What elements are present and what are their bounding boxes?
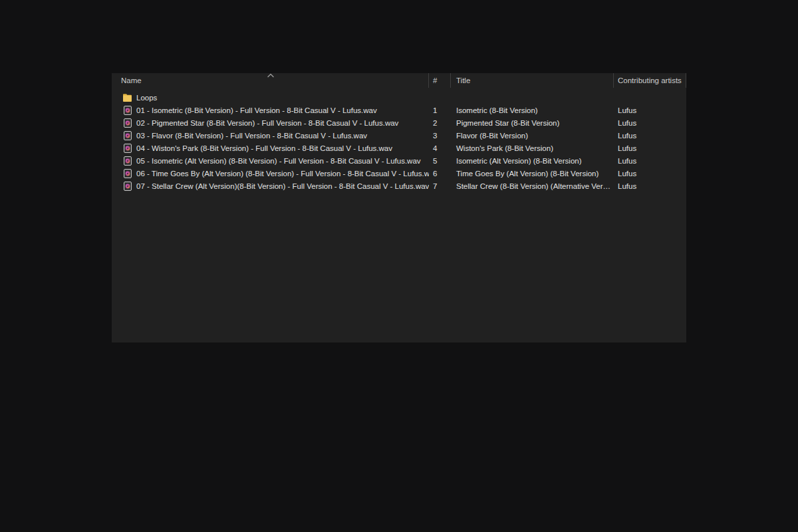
contributing-artist: Lufus: [614, 132, 686, 140]
track-title: Time Goes By (Alt Version) (8-Bit Versio…: [451, 170, 614, 178]
column-header-number[interactable]: #: [429, 73, 451, 88]
file-row[interactable]: 06 - Time Goes By (Alt Version) (8-Bit V…: [112, 167, 686, 180]
file-row[interactable]: 07 - Stellar Crew (Alt Version)(8-Bit Ve…: [112, 180, 686, 192]
audio-file-icon: [122, 168, 132, 178]
audio-file-icon: [122, 118, 132, 128]
track-title: Pigmented Star (8-Bit Version): [451, 119, 614, 127]
track-number: 6: [429, 170, 451, 178]
contributing-artist: Lufus: [614, 106, 686, 114]
file-name: 06 - Time Goes By (Alt Version) (8-Bit V…: [136, 170, 429, 178]
track-title: Stellar Crew (8-Bit Version) (Alternativ…: [451, 182, 614, 190]
file-name: 02 - Pigmented Star (8-Bit Version) - Fu…: [136, 119, 398, 127]
track-number: 2: [429, 119, 451, 127]
file-row[interactable]: 01 - Isometric (8-Bit Version) - Full Ve…: [112, 104, 686, 116]
file-list-rows: Loops: [112, 91, 686, 192]
audio-file-icon: [122, 130, 132, 140]
column-header-title-label: Title: [456, 76, 470, 84]
contributing-artist: Lufus: [614, 119, 686, 127]
file-row[interactable]: 02 - Pigmented Star (8-Bit Version) - Fu…: [112, 116, 686, 129]
column-header-number-label: #: [433, 76, 437, 84]
column-header-row: Name # Title Contributing artists: [112, 73, 686, 88]
track-number: 5: [429, 157, 451, 165]
folder-row[interactable]: Loops: [112, 91, 686, 104]
file-name: 04 - Wiston's Park (8-Bit Version) - Ful…: [136, 144, 392, 152]
audio-file-icon: [122, 143, 132, 153]
file-row[interactable]: 05 - Isometric (Alt Version) (8-Bit Vers…: [112, 154, 686, 167]
track-number: 1: [429, 106, 451, 114]
track-number: 4: [429, 144, 451, 152]
column-header-artists-label: Contributing artists: [618, 76, 682, 84]
file-name: 01 - Isometric (8-Bit Version) - Full Ve…: [136, 106, 377, 114]
column-header-title[interactable]: Title: [451, 73, 614, 88]
track-title: Isometric (8-Bit Version): [451, 106, 614, 114]
track-number: 7: [429, 182, 451, 190]
track-title: Flavor (8-Bit Version): [451, 132, 614, 140]
audio-file-icon: [122, 105, 132, 115]
sort-ascending-chevron-icon: [267, 73, 275, 78]
track-title: Wiston's Park (8-Bit Version): [451, 144, 614, 152]
track-number: 3: [429, 132, 451, 140]
column-header-artists[interactable]: Contributing artists: [614, 73, 686, 88]
file-name: 05 - Isometric (Alt Version) (8-Bit Vers…: [136, 157, 421, 165]
contributing-artist: Lufus: [614, 144, 686, 152]
file-row[interactable]: 03 - Flavor (8-Bit Version) - Full Versi…: [112, 129, 686, 142]
contributing-artist: Lufus: [614, 182, 686, 190]
track-title: Isometric (Alt Version) (8-Bit Version): [451, 157, 614, 165]
contributing-artist: Lufus: [614, 157, 686, 165]
file-name: 03 - Flavor (8-Bit Version) - Full Versi…: [136, 132, 367, 140]
contributing-artist: Lufus: [614, 170, 686, 178]
folder-name: Loops: [136, 94, 157, 102]
file-row[interactable]: 04 - Wiston's Park (8-Bit Version) - Ful…: [112, 142, 686, 154]
file-name: 07 - Stellar Crew (Alt Version)(8-Bit Ve…: [136, 182, 429, 190]
file-list-panel: Name # Title Contributing artists: [112, 73, 686, 342]
folder-icon: [122, 92, 132, 102]
column-header-name-label: Name: [121, 76, 142, 84]
audio-file-icon: [122, 156, 132, 166]
audio-file-icon: [122, 181, 132, 191]
